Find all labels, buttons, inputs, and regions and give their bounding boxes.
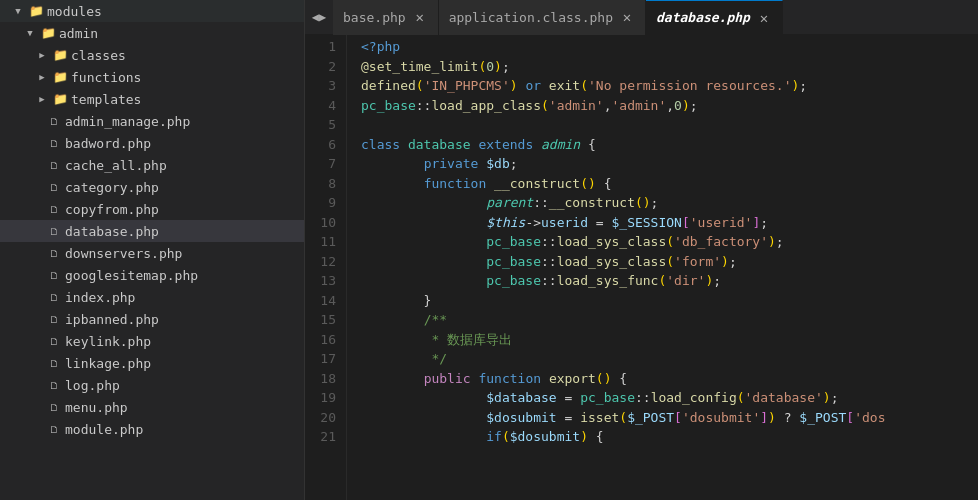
sidebar-item-linkage[interactable]: 🗋 linkage.php: [0, 352, 304, 374]
sidebar-item-module[interactable]: 🗋 module.php: [0, 418, 304, 440]
tab-label: database.php: [656, 10, 750, 25]
sidebar-item-database[interactable]: 🗋 database.php: [0, 220, 304, 242]
sidebar-item-label: admin_manage.php: [65, 114, 190, 129]
sidebar-item-templates[interactable]: ▶ 📁 templates: [0, 88, 304, 110]
editor-panel: ◀▶ base.php ✕ application.class.php ✕ da…: [305, 0, 978, 500]
file-icon: 🗋: [46, 201, 62, 217]
tab-database-php[interactable]: database.php ✕: [646, 0, 783, 35]
folder-closed-icon: ▶: [34, 47, 50, 63]
sidebar-item-label: admin: [59, 26, 98, 41]
sidebar-item-badword[interactable]: 🗋 badword.php: [0, 132, 304, 154]
tab-close-button[interactable]: ✕: [756, 10, 772, 26]
folder-open-icon: ▼: [22, 25, 38, 41]
code-content[interactable]: <?php@set_time_limit(0);defined('IN_PHPC…: [347, 35, 978, 500]
folder-icon: 📁: [40, 25, 56, 41]
sidebar-item-label: functions: [71, 70, 141, 85]
tab-nav-button[interactable]: ◀▶: [305, 0, 333, 35]
file-icon: 🗋: [46, 245, 62, 261]
file-tree[interactable]: ▼ 📁 modules ▼ 📁 admin ▶ 📁 classes ▶ 📁 fu…: [0, 0, 305, 500]
sidebar-item-keylink[interactable]: 🗋 keylink.php: [0, 330, 304, 352]
sidebar-item-label: menu.php: [65, 400, 128, 415]
file-icon: 🗋: [46, 289, 62, 305]
folder-icon: 📁: [52, 47, 68, 63]
tab-close-button[interactable]: ✕: [412, 9, 428, 25]
sidebar-item-label: cache_all.php: [65, 158, 167, 173]
code-editor[interactable]: 1 2 3 4 5 6 7 8 9 10 11 12 13 14 15 16 1…: [305, 35, 978, 500]
sidebar-item-label: classes: [71, 48, 126, 63]
sidebar-item-copyfrom[interactable]: 🗋 copyfrom.php: [0, 198, 304, 220]
file-icon: 🗋: [46, 333, 62, 349]
file-icon: 🗋: [46, 399, 62, 415]
file-icon: 🗋: [46, 421, 62, 437]
sidebar-item-label: googlesitemap.php: [65, 268, 198, 283]
sidebar-item-label: ipbanned.php: [65, 312, 159, 327]
folder-closed-icon: ▶: [34, 69, 50, 85]
sidebar-item-index[interactable]: 🗋 index.php: [0, 286, 304, 308]
sidebar-item-category[interactable]: 🗋 category.php: [0, 176, 304, 198]
sidebar-item-label: linkage.php: [65, 356, 151, 371]
sidebar-item-ipbanned[interactable]: 🗋 ipbanned.php: [0, 308, 304, 330]
sidebar-item-cache-all[interactable]: 🗋 cache_all.php: [0, 154, 304, 176]
sidebar-item-label: downservers.php: [65, 246, 182, 261]
folder-icon: 📁: [52, 91, 68, 107]
tab-close-button[interactable]: ✕: [619, 9, 635, 25]
folder-icon: 📁: [28, 3, 44, 19]
file-icon: 🗋: [46, 377, 62, 393]
line-numbers: 1 2 3 4 5 6 7 8 9 10 11 12 13 14 15 16 1…: [305, 35, 347, 500]
file-icon: 🗋: [46, 157, 62, 173]
sidebar-item-downservers[interactable]: 🗋 downservers.php: [0, 242, 304, 264]
folder-open-icon: ▼: [10, 3, 26, 19]
file-icon: 🗋: [46, 135, 62, 151]
sidebar-item-label: category.php: [65, 180, 159, 195]
tab-label: base.php: [343, 10, 406, 25]
sidebar-item-label: badword.php: [65, 136, 151, 151]
tab-application-class-php[interactable]: application.class.php ✕: [439, 0, 646, 35]
tab-label: application.class.php: [449, 10, 613, 25]
sidebar-item-admin-manage[interactable]: 🗋 admin_manage.php: [0, 110, 304, 132]
file-icon: 🗋: [46, 267, 62, 283]
sidebar-item-label: templates: [71, 92, 141, 107]
sidebar-item-classes[interactable]: ▶ 📁 classes: [0, 44, 304, 66]
file-icon: 🗋: [46, 113, 62, 129]
file-icon: 🗋: [46, 355, 62, 371]
sidebar-item-label: keylink.php: [65, 334, 151, 349]
file-icon: 🗋: [46, 311, 62, 327]
sidebar-item-functions[interactable]: ▶ 📁 functions: [0, 66, 304, 88]
sidebar-item-googlesitemap[interactable]: 🗋 googlesitemap.php: [0, 264, 304, 286]
file-icon: 🗋: [46, 179, 62, 195]
sidebar-item-label: module.php: [65, 422, 143, 437]
sidebar-item-log[interactable]: 🗋 log.php: [0, 374, 304, 396]
sidebar-item-admin[interactable]: ▼ 📁 admin: [0, 22, 304, 44]
folder-icon: 📁: [52, 69, 68, 85]
tab-bar: ◀▶ base.php ✕ application.class.php ✕ da…: [305, 0, 978, 35]
sidebar-item-menu[interactable]: 🗋 menu.php: [0, 396, 304, 418]
sidebar-item-label: database.php: [65, 224, 159, 239]
folder-closed-icon: ▶: [34, 91, 50, 107]
sidebar-item-label: log.php: [65, 378, 120, 393]
sidebar-item-modules[interactable]: ▼ 📁 modules: [0, 0, 304, 22]
sidebar-item-label: copyfrom.php: [65, 202, 159, 217]
sidebar-item-label: modules: [47, 4, 102, 19]
tab-base-php[interactable]: base.php ✕: [333, 0, 439, 35]
sidebar-item-label: index.php: [65, 290, 135, 305]
file-icon: 🗋: [46, 223, 62, 239]
